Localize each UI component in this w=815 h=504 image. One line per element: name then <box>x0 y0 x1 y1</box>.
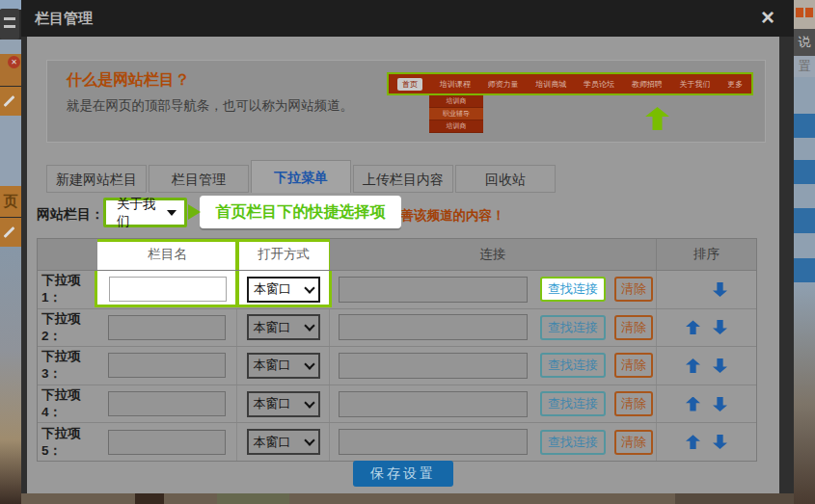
open-mode-select[interactable]: 本窗口 <box>247 277 320 303</box>
channel-label: 网站栏目： <box>37 206 104 224</box>
clear-button[interactable]: 清除 <box>614 315 653 340</box>
pencil-icon <box>3 95 14 107</box>
background-logo-fragment <box>794 0 815 29</box>
chevron-down-icon <box>304 397 314 408</box>
background-block <box>794 208 815 233</box>
nav-preview: 首页培训课程师资力量培训商城学员论坛教师招聘关于我们更多 培训商职业辅导培训商 <box>387 72 753 142</box>
nav-preview-bar: 首页培训课程师资力量培训商城学员论坛教师招聘关于我们更多 <box>387 72 753 95</box>
pencil-icon <box>3 226 14 238</box>
row-label: 下拉项2： <box>41 310 97 345</box>
move-down-icon[interactable] <box>713 397 727 411</box>
row-label: 下拉项4： <box>41 386 97 421</box>
move-down-icon[interactable] <box>713 358 727 373</box>
background-image-fragment <box>794 184 815 208</box>
modal-body: 什么是网站栏目？ 就是在网页的顶部导航条，也可以称为网站频道。 首页培训课程师资… <box>27 37 779 493</box>
background-image-fragment <box>794 233 815 258</box>
nav-preview-item: 首页 <box>397 78 422 91</box>
chevron-down-icon <box>304 358 314 369</box>
delete-badge-icon: ✕ <box>8 56 20 68</box>
chevron-down-icon <box>167 210 177 221</box>
nav-preview-dropdown: 培训商职业辅导培训商 <box>429 95 483 133</box>
table-header-row: 栏目名 打开方式 连接 排序 <box>38 239 756 271</box>
find-link-button[interactable]: 查找连接 <box>540 277 606 302</box>
open-mode-select[interactable]: 本窗口 <box>247 314 320 340</box>
background-block <box>794 114 815 138</box>
intro-text: 就是在网页的顶部导航条，也可以称为网站频道。 <box>67 97 353 115</box>
up-arrow-icon <box>645 107 669 130</box>
table-row: 下拉项5： 本窗口 查找连接 清除 <box>38 423 756 461</box>
link-input[interactable] <box>339 353 528 379</box>
column-name-input[interactable] <box>108 391 226 416</box>
tab-回收站[interactable]: 回收站 <box>455 165 556 193</box>
row-label: 下拉项5： <box>41 425 97 460</box>
nav-preview-dropdown-item: 培训商 <box>429 120 483 133</box>
open-mode-select[interactable]: 本窗口 <box>247 353 320 379</box>
link-input[interactable] <box>339 429 528 455</box>
nav-preview-item: 师资力量 <box>487 79 518 90</box>
chevron-down-icon <box>304 321 314 332</box>
table-row: 下拉项2： 本窗口 查找连接 清除 <box>38 309 756 348</box>
close-icon[interactable]: × <box>761 4 774 31</box>
tab-新建网站栏目[interactable]: 新建网站栏目 <box>46 165 147 193</box>
nav-preview-item: 学员论坛 <box>584 79 614 90</box>
find-link-button[interactable]: 查找连接 <box>540 430 606 455</box>
find-link-button[interactable]: 查找连接 <box>540 315 606 340</box>
move-up-icon[interactable] <box>686 358 700 373</box>
link-input[interactable] <box>339 391 528 417</box>
clear-button[interactable]: 清除 <box>614 391 653 416</box>
column-name-input[interactable] <box>108 430 226 455</box>
channel-select-value: 关于我们 <box>117 196 167 230</box>
chevron-down-icon <box>304 436 314 446</box>
background-page-label: 页 <box>0 186 21 217</box>
table-row: 下拉项4： 本窗口 查找连接 清除 <box>38 385 756 424</box>
channel-select[interactable]: 关于我们 <box>103 198 187 227</box>
edit-button-fragment <box>0 218 21 247</box>
link-input[interactable] <box>339 314 528 340</box>
open-mode-select[interactable]: 本窗口 <box>247 429 320 455</box>
nav-preview-item: 更多 <box>727 79 743 90</box>
background-block <box>794 160 815 184</box>
table-header-link: 连接 <box>330 239 657 270</box>
tooltip-arrow-icon <box>188 204 201 220</box>
find-link-button[interactable]: 查找连接 <box>540 353 606 378</box>
open-mode-value: 本窗口 <box>254 434 291 451</box>
column-name-input[interactable] <box>108 353 226 378</box>
tab-下拉菜单[interactable]: 下拉菜单 <box>251 160 351 193</box>
background-photo <box>0 247 21 504</box>
save-settings-button[interactable]: 保存设置 <box>353 461 453 487</box>
clear-button[interactable]: 清除 <box>614 277 653 302</box>
table-header-sort: 排序 <box>657 239 756 270</box>
edit-button-fragment <box>0 87 21 116</box>
background-photo <box>794 282 815 504</box>
nav-preview-item: 关于我们 <box>679 79 710 90</box>
move-down-icon[interactable] <box>713 320 727 334</box>
move-down-icon[interactable] <box>713 435 727 449</box>
nav-preview-item: 教师招聘 <box>632 79 663 90</box>
move-up-icon[interactable] <box>686 397 700 411</box>
chevron-down-icon <box>304 282 314 293</box>
open-mode-value: 本窗口 <box>254 357 291 374</box>
open-mode-value: 本窗口 <box>254 395 291 412</box>
tab-栏目管理[interactable]: 栏目管理 <box>149 165 249 193</box>
nav-preview-item: 培训商城 <box>535 79 566 90</box>
dropdown-items-table: 栏目名 打开方式 连接 排序 下拉项1： 本窗口 查找连接 清除 下拉项2： <box>37 238 757 462</box>
find-link-button[interactable]: 查找连接 <box>540 391 606 416</box>
clear-button[interactable]: 清除 <box>614 353 653 378</box>
column-name-input[interactable] <box>109 277 227 302</box>
move-up-icon[interactable] <box>686 435 700 449</box>
link-input[interactable] <box>339 277 528 303</box>
tab-上传栏目内容[interactable]: 上传栏目内容 <box>353 165 453 193</box>
background-block <box>794 258 815 282</box>
background-photo-strip <box>21 493 794 504</box>
modal-title: 栏目管理 <box>35 0 93 37</box>
column-name-input[interactable] <box>108 315 226 340</box>
tab-bar: 新建网站栏目栏目管理下拉菜单上传栏目内容回收站 <box>46 160 556 193</box>
move-up-icon[interactable] <box>686 320 700 334</box>
nav-preview-dropdown-item: 培训商 <box>429 95 483 108</box>
background-help-label: 说 <box>794 29 815 56</box>
tooltip: 首页栏目下的快捷选择项 <box>200 196 401 228</box>
nav-preview-item: 培训课程 <box>440 79 471 90</box>
clear-button[interactable]: 清除 <box>614 430 653 455</box>
move-down-icon[interactable] <box>713 282 727 297</box>
open-mode-select[interactable]: 本窗口 <box>247 391 320 417</box>
